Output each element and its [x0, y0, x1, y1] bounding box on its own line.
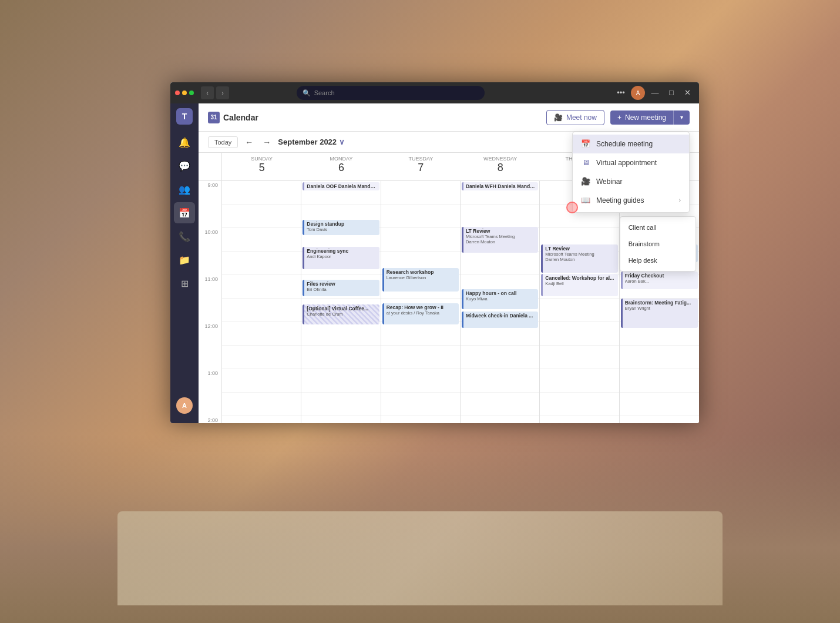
day-col-mon[interactable]: Daniela OOF Daniela Mandera Design stand… — [301, 181, 381, 423]
thu-cell-11[interactable] — [540, 416, 619, 423]
user-avatar[interactable]: A — [631, 86, 645, 100]
context-item-help-desk[interactable]: Help desk — [620, 252, 695, 269]
sidebar-item-chat[interactable]: 💬 — [174, 155, 195, 176]
sun-cell-3[interactable] — [222, 228, 301, 252]
sidebar-item-teams-logo[interactable]: T — [176, 108, 193, 125]
tue-cell-11[interactable] — [381, 416, 460, 423]
minimize-button[interactable]: — — [649, 86, 661, 99]
day-col-fri[interactable]: Client call Brainstorm Help desk Friday … — [620, 181, 699, 423]
dropdown-item-guides[interactable]: 📖 Meeting guides › — [573, 191, 689, 210]
wed-cell-9[interactable] — [461, 369, 539, 393]
today-button[interactable]: Today — [208, 136, 238, 148]
event-daniela-wfh[interactable]: Daniela WFH Daniela Mandera — [462, 182, 538, 190]
tue-cell-3[interactable] — [381, 228, 460, 252]
sun-cell-5[interactable] — [222, 275, 301, 299]
wed-cell-8[interactable] — [461, 346, 539, 369]
day-col-tue[interactable]: Research workshop Laurence Gilbertson Re… — [381, 181, 461, 423]
wed-cell-10[interactable] — [461, 393, 539, 416]
event-lt-review-wed[interactable]: LT Review Microsoft Teams Meeting Darren… — [462, 227, 538, 253]
close-button[interactable]: ✕ — [681, 86, 694, 99]
meet-now-icon: 🎥 — [554, 113, 563, 122]
thu-cell-8[interactable] — [540, 346, 619, 369]
event-files-review[interactable]: Files review Eri Ohnita — [303, 280, 379, 296]
dropdown-item-webinar[interactable]: 🎥 Webinar — [573, 172, 689, 191]
thu-cell-7[interactable] — [540, 322, 619, 346]
mon-cell-11[interactable] — [301, 416, 380, 423]
thu-cell-10[interactable] — [540, 393, 619, 416]
sun-cell-7[interactable] — [222, 322, 301, 346]
sidebar-item-calendar[interactable]: 📅 — [174, 202, 195, 223]
context-item-brainstorm[interactable]: Brainstorm — [620, 236, 695, 252]
sidebar-item-apps[interactable]: ⊞ — [174, 273, 195, 294]
mon-cell-10[interactable] — [301, 393, 380, 416]
event-recap[interactable]: Recap: How we grow - II at your desks / … — [382, 303, 459, 324]
day-col-thu[interactable]: LT Review Microsoft Teams Meeting Darren… — [540, 181, 619, 423]
mon-cell-9[interactable] — [301, 369, 380, 393]
tue-cell-2[interactable] — [381, 205, 460, 228]
prev-week-button[interactable]: ← — [243, 136, 256, 149]
tue-cell-7[interactable] — [381, 322, 460, 346]
event-cancelled-workshop[interactable]: Cancelled: Workshop for al... Kadji Bell — [541, 274, 617, 296]
back-button[interactable]: ‹ — [201, 86, 214, 99]
window-actions[interactable]: ••• A — □ ✕ — [614, 86, 694, 100]
event-happy-hours[interactable]: Happy hours - on call Kuyo Miwa — [462, 289, 538, 309]
thu-cell-9[interactable] — [540, 369, 619, 393]
tue-cell-10[interactable] — [381, 393, 460, 416]
fri-cell-9[interactable] — [620, 369, 699, 393]
thu-cell-6[interactable] — [540, 299, 619, 322]
next-week-button[interactable]: → — [260, 136, 273, 149]
sidebar-item-files[interactable]: 📁 — [174, 249, 195, 270]
dropdown-item-virtual[interactable]: 🖥 Virtual appointment — [573, 153, 689, 172]
event-virtual-coffee[interactable]: [Optional] Virtual Coffee... Charlotte d… — [303, 304, 379, 324]
sun-cell-8[interactable] — [222, 346, 301, 369]
sun-cell-10[interactable] — [222, 393, 301, 416]
fri-cell-8[interactable] — [620, 346, 699, 369]
event-midweek[interactable]: Midweek check-in Daniela ... — [462, 312, 538, 328]
more-button[interactable]: ••• — [614, 86, 627, 99]
maximize-button[interactable]: □ — [665, 86, 678, 99]
month-chevron[interactable]: ∨ — [339, 138, 345, 146]
dropdown-item-schedule[interactable]: 📅 Schedule meeting — [573, 135, 689, 153]
sun-cell-2[interactable] — [222, 205, 301, 228]
fri-cell-11[interactable] — [620, 416, 699, 423]
wed-cell-4[interactable] — [461, 252, 539, 275]
event-sub: Charlotte de Crum — [307, 312, 377, 317]
day-col-wed[interactable]: Daniela WFH Daniela Mandera LT Review Mi… — [461, 181, 540, 423]
event-brainstorm-meeting[interactable]: Brainstorm: Meeting Fatig... Bryan Wrigh… — [621, 299, 698, 328]
sidebar-item-activity[interactable]: 🔔 — [174, 132, 195, 153]
mon-cell-7[interactable] — [301, 322, 380, 346]
tue-cell-8[interactable] — [381, 346, 460, 369]
event-design-standup[interactable]: Design standup Tom Davis — [303, 220, 379, 235]
sidebar-item-calls[interactable]: 📞 — [174, 226, 195, 247]
event-lt-review-thu[interactable]: LT Review Microsoft Teams Meeting Darren… — [541, 244, 617, 273]
tue-cell-9[interactable] — [381, 369, 460, 393]
meet-now-button[interactable]: 🎥 Meet now — [546, 110, 604, 125]
event-engineering-sync[interactable]: Engineering sync Andi Kapoor — [303, 247, 379, 269]
sun-cell-4[interactable] — [222, 252, 301, 275]
mon-cell-8[interactable] — [301, 346, 380, 369]
sun-cell-11[interactable] — [222, 416, 301, 423]
event-research-workshop[interactable]: Research workshop Laurence Gilbertson — [382, 268, 459, 292]
event-sub: Bryan Wright — [625, 306, 695, 311]
nav-buttons[interactable]: ‹ › — [201, 86, 229, 99]
search-bar[interactable]: 🔍 Search — [297, 86, 485, 100]
new-meeting-group: + New meeting ▾ 📅 Schedule meeting 🖥 Vir… — [610, 110, 690, 125]
sidebar-item-teams[interactable]: 👥 — [174, 179, 195, 200]
fri-cell-10[interactable] — [620, 393, 699, 416]
event-friday-checkout-2[interactable]: Friday Checkout Aaron Bak... — [621, 272, 698, 289]
sun-cell-1[interactable] — [222, 181, 301, 205]
day-col-sun[interactable] — [222, 181, 301, 423]
new-meeting-button[interactable]: + New meeting — [610, 110, 673, 125]
context-menu: Client call Brainstorm Help desk — [620, 216, 696, 272]
new-meeting-dropdown-button[interactable]: ▾ — [673, 110, 690, 125]
forward-button[interactable]: › — [216, 86, 229, 99]
event-daniela-oof[interactable]: Daniela OOF Daniela Mandera — [303, 182, 379, 190]
event-sub-2: Darren Mouton — [466, 239, 536, 244]
context-item-client-call[interactable]: Client call — [620, 219, 695, 236]
sun-cell-6[interactable] — [222, 299, 301, 322]
wed-cell-11[interactable] — [461, 416, 539, 423]
wed-cell-2[interactable] — [461, 205, 539, 228]
tue-cell-1[interactable] — [381, 181, 460, 205]
user-avatar-sidebar[interactable]: A — [176, 397, 193, 414]
sun-cell-9[interactable] — [222, 369, 301, 393]
